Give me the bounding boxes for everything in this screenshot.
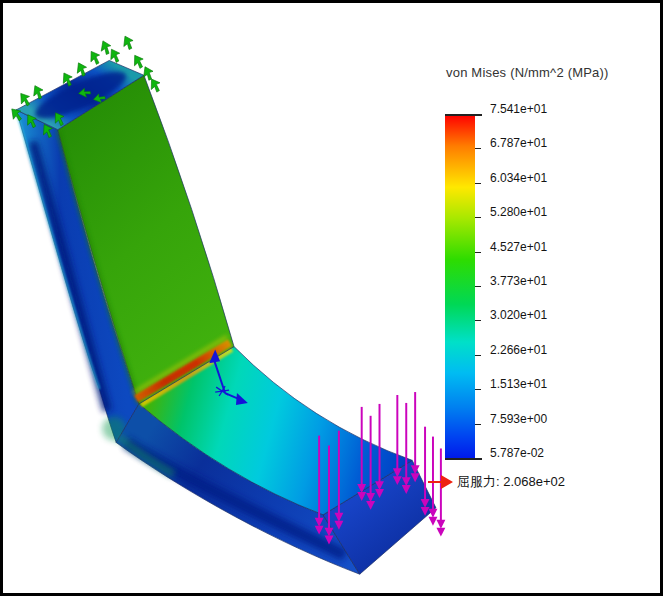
legend-value: 1.513e+01 bbox=[490, 377, 547, 391]
legend-value: 5.280e+01 bbox=[490, 205, 547, 219]
legend-title: von Mises (N/mm^2 (MPa)) bbox=[446, 65, 609, 80]
legend-tick bbox=[445, 458, 482, 460]
legend-value: 7.593e+00 bbox=[490, 412, 547, 426]
legend-value: 6.787e+01 bbox=[490, 136, 547, 150]
yield-annotation: 屈服力: 2.068e+02 bbox=[427, 472, 565, 492]
legend-tick bbox=[475, 389, 481, 390]
legend-tick bbox=[475, 355, 481, 356]
legend-value: 5.787e-02 bbox=[490, 446, 544, 460]
legend-value: 4.527e+01 bbox=[490, 240, 547, 254]
legend-value: 2.266e+01 bbox=[490, 343, 547, 357]
model-3d-viewport[interactable] bbox=[3, 3, 660, 593]
legend-value: 3.773e+01 bbox=[490, 274, 547, 288]
legend-value: 6.034e+01 bbox=[490, 171, 547, 185]
legend-tick bbox=[475, 183, 481, 184]
legend-tick bbox=[475, 252, 481, 253]
legend-tick bbox=[475, 320, 481, 321]
force-arrow-cluster bbox=[357, 404, 384, 510]
legend-value: 7.541e+01 bbox=[490, 102, 547, 116]
legend-value: 3.020e+01 bbox=[490, 308, 547, 322]
yield-arrow-icon bbox=[427, 472, 454, 492]
legend-tick bbox=[475, 424, 481, 425]
colorbar bbox=[445, 115, 475, 459]
legend-tick bbox=[445, 114, 482, 116]
force-arrow-cluster bbox=[315, 431, 344, 545]
legend-tick bbox=[475, 286, 481, 287]
legend-tick bbox=[475, 148, 481, 149]
legend-tick bbox=[475, 217, 481, 218]
yield-label: 屈服力: 2.068e+02 bbox=[457, 473, 565, 491]
simulation-viewport-frame: von Mises (N/mm^2 (MPa)) 7.541e+016.787e… bbox=[0, 0, 663, 596]
force-arrow-cluster bbox=[393, 392, 420, 494]
